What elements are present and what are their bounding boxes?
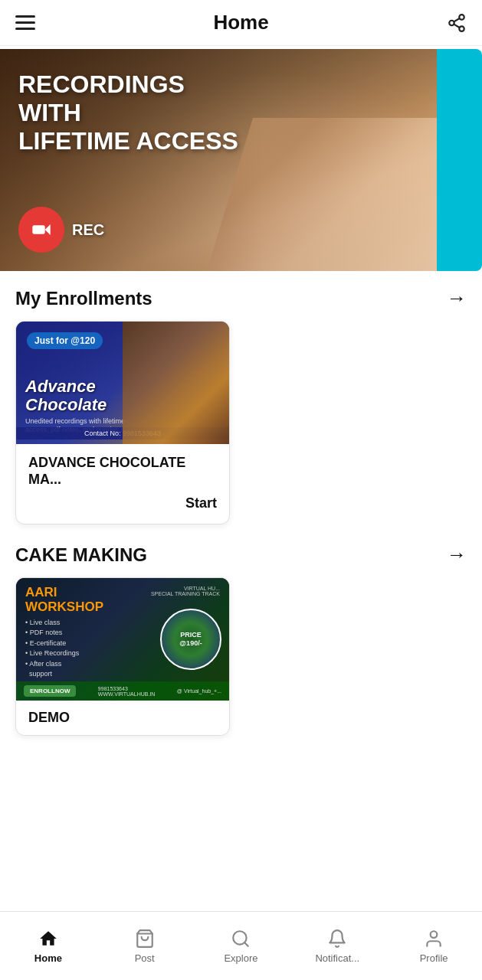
profile-icon: [423, 928, 444, 949]
svg-line-9: [245, 942, 249, 946]
post-icon: [134, 928, 156, 949]
cake-making-section: CAKE MAKING → AARIWORKSHOP • Live class …: [0, 531, 482, 742]
header-title: Home: [213, 11, 268, 34]
enrollments-title: My Enrollments: [15, 288, 152, 309]
enrollment-card[interactable]: Just for @120 AdvanceChocolate Unedited …: [15, 321, 230, 524]
nav-label-explore: Explore: [224, 952, 257, 964]
banner-main[interactable]: RECORDINGS WITH LIFETIME ACCESS REC: [0, 49, 437, 271]
aari-details: • Live class • PDF notes • E-certificate…: [25, 618, 103, 680]
banner-container: RECORDINGS WITH LIFETIME ACCESS REC: [0, 49, 482, 271]
bottom-nav: Home Post Explore Notifica: [0, 911, 482, 980]
vh-badge: VIRTUAL HU...SPECIAL TRAINING TRACK: [151, 586, 220, 596]
enrollment-card-action: Start: [28, 495, 217, 511]
start-button[interactable]: Start: [185, 495, 217, 511]
svg-rect-5: [32, 225, 44, 234]
hamburger-icon[interactable]: [15, 15, 35, 30]
enrollment-card-name: ADVANCE CHOCOLATE MA...: [28, 455, 217, 488]
aari-card[interactable]: AARIWORKSHOP • Live class • PDF notes • …: [15, 577, 230, 736]
svg-line-3: [454, 24, 459, 27]
home-icon: [38, 928, 59, 949]
banner-main-text: RECORDINGS WITH LIFETIME ACCESS: [18, 70, 238, 155]
nav-label-profile: Profile: [420, 952, 448, 964]
rec-label: REC: [72, 221, 104, 239]
nav-item-post[interactable]: Post: [97, 922, 193, 970]
cake-making-title: CAKE MAKING: [15, 544, 147, 566]
aari-card-image: AARIWORKSHOP • Live class • PDF notes • …: [16, 578, 229, 701]
rec-circle: [18, 207, 64, 253]
search-icon: [230, 928, 251, 949]
nav-label-post: Post: [135, 952, 155, 964]
svg-marker-6: [45, 224, 51, 235]
enrollment-card-badge: Just for @120: [27, 332, 103, 349]
svg-line-4: [454, 18, 459, 21]
aari-card-body: DEMO: [16, 701, 229, 735]
aari-bottom: ENROLLNOW 9981533643WWW.VIRTUALHUB.IN @ …: [16, 681, 229, 701]
nav-item-notifications[interactable]: Notificat...: [289, 922, 385, 970]
enrollments-header: My Enrollments →: [15, 286, 467, 310]
enrollment-card-image: Just for @120 AdvanceChocolate Unedited …: [16, 322, 229, 444]
svg-point-10: [431, 931, 438, 938]
enroll-now-button[interactable]: ENROLLNOW: [24, 685, 76, 697]
nav-label-notifications: Notificat...: [315, 952, 359, 964]
cake-making-arrow[interactable]: →: [447, 543, 467, 567]
aari-title: AARIWORKSHOP: [25, 586, 103, 614]
aari-instagram: @ Virtual_hub_+...: [177, 688, 221, 694]
enrollment-card-body: ADVANCE CHOCOLATE MA... Start: [16, 444, 229, 524]
bell-icon: [326, 928, 348, 949]
banner-peek: [437, 49, 482, 271]
aari-contact: 9981533643WWW.VIRTUALHUB.IN: [98, 686, 156, 697]
aari-card-name: DEMO: [28, 710, 217, 726]
nav-item-home[interactable]: Home: [0, 922, 97, 970]
enrollments-arrow[interactable]: →: [447, 286, 467, 310]
header: Home: [0, 0, 482, 46]
share-icon[interactable]: [447, 13, 467, 33]
rec-badge: REC: [18, 207, 104, 253]
nav-item-explore[interactable]: Explore: [193, 922, 290, 970]
banner-text-overlay: RECORDINGS WITH LIFETIME ACCESS: [0, 49, 257, 176]
nav-item-profile[interactable]: Profile: [385, 922, 482, 970]
nav-label-home: Home: [34, 952, 62, 964]
enrollments-section: My Enrollments → Just for @120 AdvanceCh…: [0, 271, 482, 531]
cake-making-header: CAKE MAKING →: [15, 543, 467, 567]
